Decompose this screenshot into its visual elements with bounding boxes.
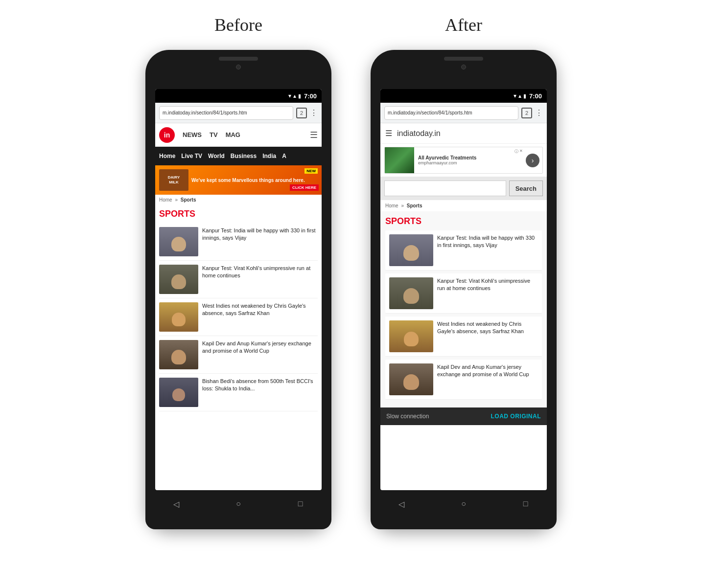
sports-heading-before: SPORTS <box>159 209 318 219</box>
cat-livetv[interactable]: Live TV <box>181 153 202 159</box>
browser-bar-before: m.indiatoday.in/section/84/1/sports.htm … <box>155 103 322 123</box>
menu-dots-after[interactable]: ⋮ <box>535 108 543 117</box>
cat-business[interactable]: Business <box>231 153 257 159</box>
sports-section-after: SPORTS Kanpur Test: India will be happy … <box>380 211 547 407</box>
news-item-3-after[interactable]: West Indies not weakened by Chris Gayle'… <box>385 317 542 357</box>
news-item-5-before[interactable]: Bishan Bedi's absence from 500th Test BC… <box>159 374 318 411</box>
breadcrumb-after: Home » Sports <box>380 200 547 211</box>
news-text-3-after: West Indies not weakened by Chris Gayle'… <box>437 320 538 352</box>
news-item-2-after[interactable]: Kanpur Test: Virat Kohli's unimpressive … <box>385 273 542 314</box>
menu-dots-before[interactable]: ⋮ <box>310 108 318 117</box>
search-input[interactable] <box>384 181 506 196</box>
ad-content: All Ayurvedic Treatments empharmaayur.co… <box>414 153 526 167</box>
battery-icon-after: ▮ <box>523 93 526 99</box>
banner-text-container: We've kept some Marvellous things around… <box>191 177 318 183</box>
news-thumb-3 <box>159 302 198 332</box>
recent-btn-before[interactable]: □ <box>294 497 307 511</box>
news-thumb-1 <box>159 227 198 256</box>
news-text-4-after: Kapil Dev and Anup Kumar's jersey exchan… <box>437 363 538 395</box>
nav-mag[interactable]: MAG <box>226 131 240 138</box>
tab-count-before[interactable]: 2 <box>296 108 307 118</box>
news-text-3-before: West Indies not weakened by Chris Gayle'… <box>202 302 318 332</box>
news-item-2-before[interactable]: Kanpur Test: Virat Kohli's unimpressive … <box>159 261 318 298</box>
banner-click[interactable]: CLICK HERE <box>290 184 319 191</box>
banner-logo: DAIRYMILK <box>159 169 188 191</box>
news-thumb-4-after <box>389 363 433 395</box>
news-item-1-before[interactable]: Kanpur Test: India will be happy with 33… <box>159 223 318 261</box>
search-button[interactable]: Search <box>509 181 543 196</box>
info-icon: ⓘ <box>515 149 518 154</box>
back-btn-before[interactable]: ◁ <box>169 497 183 511</box>
news-item-1-after[interactable]: Kanpur Test: India will be happy with 33… <box>385 230 542 271</box>
signal-icon-after: ▴ <box>518 92 521 99</box>
player-silhouette-2 <box>171 274 186 289</box>
breadcrumb-home-after[interactable]: Home <box>385 203 398 208</box>
hamburger-before[interactable]: ☰ <box>310 130 318 140</box>
home-btn-before[interactable]: ○ <box>232 497 245 511</box>
search-bar-container: Search <box>380 177 547 200</box>
category-nav-before: Home Live TV World Business India A <box>155 147 322 165</box>
player-sil-a4 <box>403 374 419 390</box>
phone-bottom-before: ◁ ○ □ <box>145 490 331 520</box>
after-phone: ▾ ▴ ▮ 7:00 m.indiatoday.in/section/84/1/… <box>371 50 557 529</box>
news-item-4-before[interactable]: Kapil Dev and Anup Kumar's jersey exchan… <box>159 336 318 374</box>
ad-url: empharmaayur.com <box>418 160 522 165</box>
back-btn-after[interactable]: ◁ <box>395 497 408 511</box>
ad-title: All Ayurvedic Treatments <box>418 155 522 160</box>
close-ad-icon[interactable]: ✕ <box>519 149 523 154</box>
tab-count-after[interactable]: 2 <box>521 108 532 118</box>
ad-info-icons: ⓘ ✕ <box>515 149 523 154</box>
status-icons-before: ▾ ▴ ▮ <box>288 92 301 99</box>
news-thumb-3-after <box>389 320 433 352</box>
news-thumb-2-after <box>389 277 433 309</box>
speaker-before <box>219 57 258 61</box>
news-text-1-before: Kanpur Test: India will be happy with 33… <box>202 227 318 256</box>
url-bar-after[interactable]: m.indiatoday.in/section/84/1/sports.htm <box>384 106 518 120</box>
ayurvedic-ad[interactable]: All Ayurvedic Treatments empharmaayur.co… <box>384 147 543 174</box>
news-thumb-5 <box>159 378 198 407</box>
status-bar-after: ▾ ▴ ▮ 7:00 <box>380 89 547 103</box>
recent-btn-after[interactable]: □ <box>519 497 533 511</box>
after-label: After <box>445 15 482 35</box>
player-silhouette-4 <box>171 350 186 364</box>
news-item-4-after[interactable]: Kapil Dev and Anup Kumar's jersey exchan… <box>385 360 542 400</box>
before-phone: ▾ ▴ ▮ 7:00 m.indiatoday.in/section/84/1/… <box>145 50 331 529</box>
speaker-after <box>444 57 483 61</box>
cat-world[interactable]: World <box>208 153 225 159</box>
wifi-icon: ▾ <box>288 92 291 99</box>
signal-icon: ▴ <box>293 92 296 99</box>
load-original-btn[interactable]: LOAD ORIGINAL <box>491 413 541 420</box>
ad-arrow-btn[interactable]: › <box>526 154 539 167</box>
news-text-5-before: Bishan Bedi's absence from 500th Test BC… <box>202 378 318 407</box>
news-thumb-4 <box>159 340 198 369</box>
breadcrumb-home-before[interactable]: Home <box>159 197 172 203</box>
nav-tv[interactable]: TV <box>210 131 218 138</box>
news-text-2-before: Kanpur Test: Virat Kohli's unimpressive … <box>202 265 318 294</box>
site-name-after: indiatoday.in <box>397 129 441 138</box>
nav-news[interactable]: NEWS <box>183 131 202 138</box>
wifi-icon-after: ▾ <box>514 92 516 99</box>
player-silhouette-3 <box>172 313 186 326</box>
status-bar-before: ▾ ▴ ▮ 7:00 <box>155 89 322 103</box>
news-text-1-after: Kanpur Test: India will be happy with 33… <box>437 234 538 266</box>
player-sil-a2 <box>403 288 419 304</box>
sports-section-before: SPORTS Kanpur Test: India will be happy … <box>155 205 322 415</box>
comparison-container: Before ▾ ▴ ▮ 7:00 <box>0 0 702 529</box>
after-site-header: ☰ indiatoday.in <box>380 123 547 144</box>
phone-top-after <box>371 50 557 89</box>
home-btn-after[interactable]: ○ <box>457 497 470 511</box>
cat-india[interactable]: India <box>262 153 276 159</box>
player-silhouette-1 <box>171 237 186 251</box>
news-text-2-after: Kanpur Test: Virat Kohli's unimpressive … <box>437 277 538 309</box>
phone-top-before <box>145 50 331 89</box>
hamburger-after[interactable]: ☰ <box>385 129 392 138</box>
site-nav-before: in NEWS TV MAG ☰ <box>155 123 322 147</box>
url-bar-before[interactable]: m.indiatoday.in/section/84/1/sports.htm <box>159 106 293 120</box>
cat-more[interactable]: A <box>282 153 286 159</box>
battery-icon: ▮ <box>298 93 301 99</box>
news-text-4-before: Kapil Dev and Anup Kumar's jersey exchan… <box>202 340 318 369</box>
news-item-3-before[interactable]: West Indies not weakened by Chris Gayle'… <box>159 298 318 336</box>
cat-home[interactable]: Home <box>159 153 175 159</box>
before-screen: ▾ ▴ ▮ 7:00 m.indiatoday.in/section/84/1/… <box>155 89 322 490</box>
camera-before <box>236 65 241 69</box>
